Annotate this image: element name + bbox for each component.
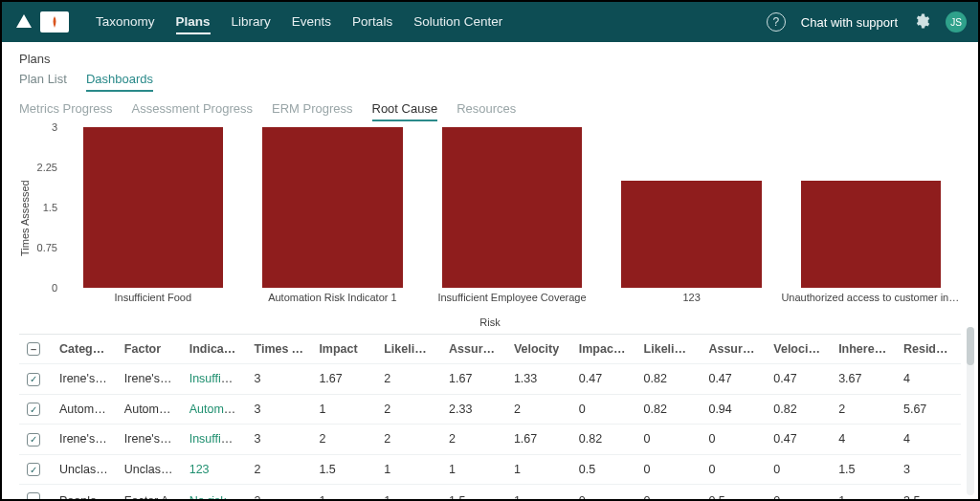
- x-tick: Automation Risk Indicator 1: [243, 290, 423, 309]
- cell: 3: [896, 454, 961, 485]
- subtab-dashboards[interactable]: Dashboards: [86, 72, 153, 92]
- scrollbar[interactable]: [967, 327, 974, 495]
- cell: 0.82: [571, 425, 636, 455]
- pyramid-logo-icon: [13, 11, 34, 33]
- col-header[interactable]: Inherent ...: [831, 335, 896, 364]
- help-icon[interactable]: ?: [767, 12, 786, 32]
- cell: 4: [896, 425, 961, 455]
- col-header[interactable]: Indicator: [182, 335, 247, 364]
- x-tick: Insufficient Employee Coverage: [422, 290, 602, 309]
- cell: 2: [831, 394, 896, 425]
- cell: 1.5: [831, 454, 896, 485]
- nav-item-events[interactable]: Events: [292, 11, 331, 34]
- row-checkbox[interactable]: [27, 492, 40, 499]
- breadcrumb: Plans: [19, 52, 961, 66]
- dash-tab-assessment-progress[interactable]: Assessment Progress: [132, 101, 253, 121]
- col-header[interactable]: Category: [52, 335, 117, 364]
- cell: Irene's Ri...: [52, 364, 117, 395]
- col-header[interactable]: Assurance: [441, 335, 506, 364]
- cell: 0: [766, 485, 831, 500]
- col-header[interactable]: Times As...: [247, 335, 312, 364]
- col-header[interactable]: Residual ...: [896, 335, 961, 364]
- cell: 1: [376, 485, 441, 500]
- dash-tab-erm-progress[interactable]: ERM Progress: [272, 101, 353, 121]
- select-all-toggle[interactable]: [27, 342, 40, 356]
- cell: 1: [441, 454, 506, 485]
- bar[interactable]: [621, 181, 761, 288]
- cell: 0: [636, 454, 702, 485]
- dashboard-tabs: Metrics ProgressAssessment ProgressERM P…: [19, 101, 961, 121]
- avatar[interactable]: JS: [946, 11, 967, 33]
- indicator-link[interactable]: Insufficie...: [189, 372, 247, 385]
- nav-right: ? Chat with support JS: [767, 11, 967, 33]
- cell: Automati...: [52, 394, 117, 425]
- subtab-plan-list[interactable]: Plan List: [19, 72, 67, 92]
- y-tick: 0: [52, 282, 57, 294]
- cell: 1: [311, 394, 376, 425]
- bar[interactable]: [83, 127, 223, 288]
- cell: 0.47: [766, 364, 831, 395]
- col-header[interactable]: Likelihood: [376, 335, 441, 364]
- gear-icon[interactable]: [913, 12, 930, 33]
- row-checkbox[interactable]: [27, 463, 40, 476]
- dash-tab-metrics-progress[interactable]: Metrics Progress: [19, 101, 113, 121]
- y-tick: 2.25: [37, 162, 57, 173]
- row-checkbox[interactable]: [27, 403, 40, 416]
- nav-item-portals[interactable]: Portals: [352, 11, 392, 34]
- bar[interactable]: [442, 127, 582, 288]
- cell: 3.5: [896, 485, 961, 500]
- cell: 123: [182, 454, 247, 485]
- cell: 1: [376, 454, 441, 485]
- cell: 1.5: [441, 485, 506, 500]
- indicator-link[interactable]: Insufficie...: [189, 432, 247, 446]
- cell: 1.67: [441, 364, 506, 395]
- cell: 0.47: [766, 425, 831, 455]
- nav-item-taxonomy[interactable]: Taxonomy: [96, 11, 155, 34]
- col-header[interactable]: Assuranc...: [701, 335, 766, 364]
- cell: 0.82: [766, 394, 831, 425]
- col-header[interactable]: Impact V...: [571, 335, 636, 364]
- cell: 2: [247, 454, 312, 485]
- dash-tab-resources[interactable]: Resources: [457, 101, 516, 121]
- x-tick: 123: [602, 290, 782, 309]
- brand-badge: [40, 11, 69, 33]
- cell: No risk n...: [182, 485, 247, 500]
- row-checkbox[interactable]: [27, 373, 40, 386]
- cell: 0.82: [636, 364, 702, 395]
- cell: 2: [506, 394, 571, 425]
- col-header[interactable]: Likelihoo...: [636, 335, 702, 364]
- cell: 2: [311, 425, 376, 455]
- dash-tab-root-cause[interactable]: Root Cause: [372, 101, 438, 121]
- cell: 3: [247, 364, 312, 395]
- cell: 0.94: [701, 394, 766, 425]
- nav-item-library[interactable]: Library: [232, 11, 271, 34]
- cell: 5.67: [896, 394, 961, 425]
- indicator-link[interactable]: Automati...: [189, 403, 247, 416]
- row-checkbox[interactable]: [27, 433, 40, 447]
- cell: 0.47: [701, 364, 766, 395]
- x-tick: Insufficient Food: [63, 290, 243, 309]
- col-header[interactable]: Factor: [117, 335, 182, 364]
- col-header[interactable]: Impact: [311, 335, 376, 364]
- cell: 3: [247, 425, 312, 455]
- nav-item-solution-center[interactable]: Solution Center: [413, 11, 502, 34]
- cell: Insufficie...: [182, 425, 247, 455]
- bar[interactable]: [262, 127, 402, 288]
- bar[interactable]: [801, 181, 941, 288]
- cell: 0: [636, 425, 702, 455]
- cell: Irene's D...: [117, 425, 182, 455]
- nav-item-plans[interactable]: Plans: [176, 11, 211, 34]
- cell: 2: [441, 425, 506, 455]
- cell: Irene's Ri...: [52, 425, 117, 455]
- cell: 1: [506, 454, 571, 485]
- x-tick: Unauthorized access to customer informat…: [781, 290, 961, 309]
- table-row: Automati...Automati...Automati...3122.33…: [19, 394, 961, 425]
- col-header[interactable]: Velocity: [506, 335, 571, 364]
- indicator-link[interactable]: No risk n...: [189, 494, 247, 500]
- indicator-link[interactable]: 123: [189, 463, 210, 476]
- col-header[interactable]: Velocity ...: [766, 335, 831, 364]
- cell: 0: [766, 454, 831, 485]
- chat-support-link[interactable]: Chat with support: [801, 15, 898, 30]
- cell: 4: [831, 425, 896, 455]
- cell: Automati...: [117, 394, 182, 425]
